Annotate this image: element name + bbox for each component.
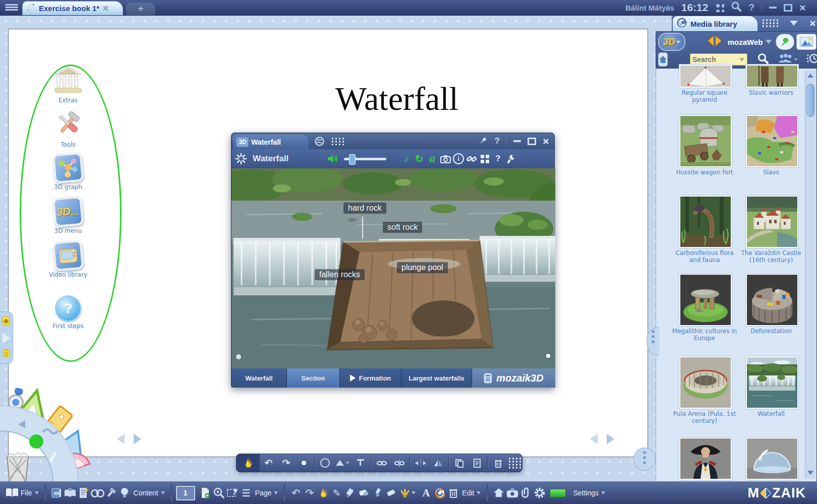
mozaik3d-brand[interactable]: mozaik3D (472, 368, 555, 388)
delete-icon[interactable] (489, 454, 507, 472)
tab-close-icon[interactable] (102, 5, 109, 12)
scene-label-fallen-rocks[interactable]: fallen rocks (315, 269, 365, 280)
tab-section[interactable]: Section (287, 368, 340, 388)
zoom-icon[interactable] (212, 485, 226, 500)
library-item[interactable]: Pula Arena (Pula, 1st century) (679, 356, 732, 409)
search-input[interactable] (690, 53, 747, 66)
page-edge-toolbar[interactable] (0, 311, 13, 364)
search-dropdown-arrow-icon[interactable] (739, 58, 744, 61)
library-item[interactable]: Megalithic cultures in Europe (679, 274, 732, 326)
3d-source-logo[interactable]: 3D (658, 33, 685, 51)
page-prev-arrow[interactable] (112, 431, 129, 447)
library-item[interactable] (679, 437, 732, 480)
pin-button[interactable] (776, 34, 794, 50)
scene-label-plunge-pool[interactable]: plunge pool (397, 262, 448, 273)
library-item[interactable] (746, 437, 798, 480)
source-label[interactable]: mozaWeb (728, 38, 763, 46)
thumbnail-hussite-wagon-fort[interactable] (679, 115, 732, 167)
tab-largest-waterfalls[interactable]: Largest waterfalls (401, 368, 472, 388)
history-clock-icon[interactable] (806, 53, 817, 66)
tools-menu-icon[interactable] (104, 485, 118, 500)
geometry-tools-wheel[interactable] (0, 377, 93, 484)
minimize-icon[interactable] (513, 140, 521, 142)
page-number-box[interactable]: 1 (176, 486, 195, 500)
shortcut-extras[interactable]: Extras (35, 66, 101, 104)
shortcut-3d-menu[interactable]: 3D… 3D menu (35, 197, 101, 234)
minimize-icon[interactable] (769, 7, 777, 9)
thumbnail-glass-dome[interactable] (746, 437, 798, 480)
shortcut-3d-graph[interactable]: 3D graph (35, 153, 101, 191)
maximize-icon[interactable] (528, 138, 536, 145)
thumbnail-deforestation[interactable] (746, 274, 798, 326)
thumbnail-slavic-warriors[interactable] (746, 65, 798, 88)
shortcut-tools[interactable]: Tools (35, 109, 101, 148)
help-icon[interactable]: ? (495, 136, 500, 146)
library-item[interactable]: Deforestation (746, 274, 798, 326)
gear-icon[interactable] (533, 485, 546, 500)
rotate-icon[interactable]: ↻ (413, 152, 426, 165)
panel-menu-arrow-icon[interactable] (790, 21, 798, 26)
page-prev-arrow[interactable] (585, 431, 602, 447)
edit-menu[interactable]: Edit (462, 489, 481, 497)
scroll-down-icon[interactable] (806, 469, 814, 477)
restore-icon[interactable] (784, 4, 792, 12)
layout-grid-icon[interactable] (478, 152, 491, 165)
scrollbar-thumb[interactable] (806, 84, 814, 117)
page-next-arrow[interactable] (129, 431, 146, 447)
page-next-arrow[interactable] (602, 431, 619, 447)
dropdown-arrow-icon[interactable] (412, 491, 416, 494)
mozaik-swirl-icon[interactable] (433, 485, 446, 500)
lessons-icon[interactable] (64, 485, 77, 500)
content-menu[interactable]: Content (134, 489, 165, 497)
page-menu[interactable]: Page (255, 489, 278, 497)
shape-tool-icon[interactable] (334, 454, 352, 472)
expand-arrow-icon[interactable] (3, 333, 10, 344)
library-item[interactable]: Slavic warriors (746, 65, 798, 88)
export-icon[interactable] (492, 485, 505, 500)
main-menu-icon[interactable] (5, 3, 18, 12)
volume-slider-handle[interactable] (349, 154, 356, 165)
wrench-icon[interactable] (504, 152, 517, 165)
undo-icon[interactable]: ↶ (289, 485, 303, 500)
scroll-up-icon[interactable] (806, 72, 814, 80)
align-width-icon[interactable] (412, 454, 429, 472)
music-icon[interactable]: ♪ (399, 152, 413, 165)
close-icon[interactable] (543, 138, 549, 145)
panel-close-icon[interactable] (809, 20, 816, 27)
link-tool-icon[interactable] (373, 454, 390, 472)
thumbnail-megalithic[interactable] (679, 274, 732, 326)
report-icon[interactable] (77, 485, 91, 500)
globe-icon[interactable] (313, 135, 326, 148)
viewer3d-titlebar[interactable]: 3D Waterfall ? (231, 133, 554, 149)
hand-tool-button[interactable] (237, 454, 260, 472)
help-icon[interactable]: ? (491, 152, 504, 165)
eraser-icon[interactable] (357, 485, 371, 500)
thumbnail-pula-arena[interactable] (679, 356, 732, 409)
tab-waterfall[interactable]: Waterfall (231, 368, 287, 388)
tab-exercise-book[interactable]: Exercise book 1* (22, 1, 123, 15)
home-button[interactable] (658, 52, 668, 67)
dropdown-arrow-icon[interactable] (766, 40, 772, 44)
attachment-icon[interactable] (519, 485, 533, 500)
close-icon[interactable] (799, 5, 806, 11)
thumbnail-waterfall[interactable] (746, 356, 798, 409)
camera-icon[interactable] (505, 485, 519, 500)
redo-icon[interactable]: ↷ (277, 454, 295, 472)
marker-icon[interactable] (371, 485, 384, 500)
settings-menu[interactable]: Settings (573, 489, 605, 497)
search-icon[interactable] (731, 2, 741, 14)
info-icon[interactable]: i (452, 152, 465, 165)
viewer3d-window[interactable]: 3D Waterfall ? Waterfall (231, 133, 555, 387)
file-menu[interactable]: File (21, 489, 39, 497)
volume-icon[interactable] (326, 152, 339, 165)
copy-icon[interactable] (450, 454, 468, 472)
add-page-icon[interactable] (199, 485, 212, 500)
library-item[interactable]: Carboniferous flora and fauna (679, 196, 732, 248)
viewer3d-tab[interactable]: 3D Waterfall (233, 135, 309, 149)
viewer3d-toolbar[interactable]: Waterfall ♪ ↻ a i ? (231, 149, 554, 169)
help-icon[interactable]: ? (748, 2, 754, 13)
shortcut-first-steps[interactable]: ? First steps (35, 295, 101, 330)
3d-book-icon[interactable]: 3D (50, 485, 64, 500)
media-library-tab[interactable]: Media library (673, 16, 757, 31)
annotation-icon[interactable]: a (426, 152, 439, 165)
